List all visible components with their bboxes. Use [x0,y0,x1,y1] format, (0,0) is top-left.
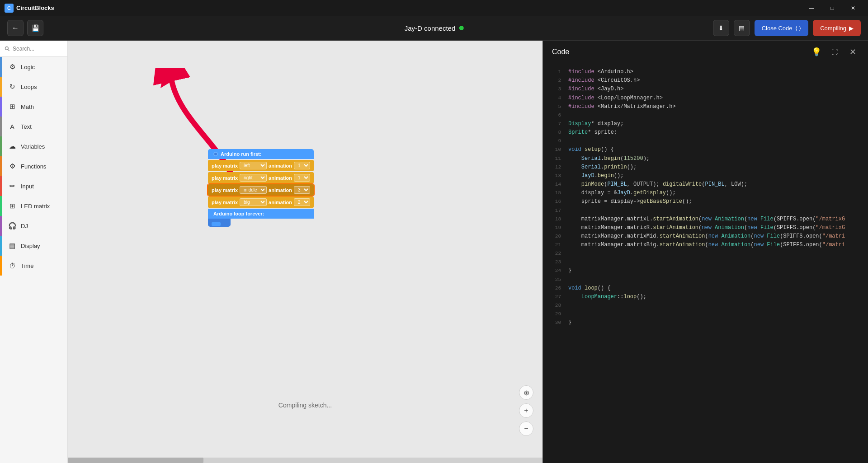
monitor-button[interactable]: ▤ [734,20,750,36]
sidebar-item-input[interactable]: ✏ Input [0,176,67,196]
zoom-in-button[interactable]: + [519,403,533,418]
sidebar-item-dj[interactable]: 🎧 DJ [0,216,67,236]
code-line-9: 9 [543,137,868,145]
zoom-out-button[interactable]: − [519,421,533,436]
code-panel: Code 💡 ⛶ ✕ 1 #include <Arduino.h> 2 #inc… [542,41,868,463]
close-button[interactable]: ✕ [843,0,863,16]
block-dropdown-direction-3[interactable]: middleleftrightbig [240,186,267,194]
code-editor[interactable]: 1 #include <Arduino.h> 2 #include <Circu… [543,63,868,463]
block-dropdown-anim-1[interactable]: 123 [294,162,310,169]
code-line-2: 2 #include <CircuitOS.h> [543,76,868,85]
block-text-2: animation [269,175,292,181]
compiling-button[interactable]: Compiling ▶ [813,20,861,36]
code-header-actions: 💡 ⛶ ✕ [810,46,859,58]
canvas-scrollbar-thumb[interactable] [68,458,203,463]
compiling-label: Compiling [820,25,846,32]
connection-status: Jay-D connected [405,24,464,32]
logic-icon: ⚙ [8,63,16,71]
sidebar-item-label: Functions [21,163,46,170]
code-line-11: 11 Serial.begin(115200); [543,154,868,163]
code-line-27: 27 LoopManager::loop(); [543,293,868,301]
canvas-scrollbar[interactable] [68,458,542,463]
code-line-17: 17 [543,206,868,215]
save-button[interactable]: 💾 [27,20,43,36]
block-footer-text: Arduino loop forever: [213,211,264,216]
search-input[interactable] [13,46,63,52]
sidebar-item-display[interactable]: ▤ Display [0,236,67,256]
block-label-3: play matrix [212,187,238,193]
sidebar-item-functions[interactable]: ⚙ Functions [0,156,67,176]
close-code-button[interactable]: Close Code ⟨ ⟩ [755,20,809,36]
svg-marker-3 [160,77,172,88]
code-line-24: 24 } [543,267,868,275]
block-dropdown-direction-4[interactable]: bigleftrightmiddle [240,198,267,206]
sidebar-item-label: Display [21,243,40,249]
sidebar-item-logic[interactable]: ⚙ Logic [0,57,67,77]
code-title: Code [552,48,569,56]
block-dropdown-anim-4[interactable]: 213 [294,198,310,206]
sidebar-item-math[interactable]: ⊞ Math [0,97,67,117]
code-line-30: 30 } [543,318,868,327]
status-dot [459,26,463,30]
block-label-2: play matrix [212,175,238,181]
block-dropdown-direction-2[interactable]: rightleftmiddlebig [240,174,267,182]
block-row-1: play matrix leftrightmiddlebig animation… [208,160,314,171]
text-icon: A [8,122,16,131]
input-icon: ✏ [8,182,16,190]
crosshair-button[interactable]: ⊕ [519,385,533,400]
bulb-icon[interactable]: 💡 [810,46,823,58]
sidebar-search[interactable] [0,41,67,57]
display-icon: ▤ [8,242,16,250]
header: ← 💾 Jay-D connected ⬇ ▤ Close Code ⟨ ⟩ C… [0,16,868,41]
expand-icon[interactable]: ⛶ [828,46,841,58]
time-icon: ⏱ [8,262,16,270]
maximize-button[interactable]: □ [822,0,843,16]
block-loop-end [208,219,231,227]
block-dropdown-anim-3[interactable]: 312 [294,186,310,194]
app-title: CircuitBlocks [16,5,54,11]
dj-icon: 🎧 [8,222,16,230]
code-line-10: 10 void setup() { [543,145,868,154]
code-line-12: 12 Serial.println(); [543,163,868,172]
math-icon: ⊞ [8,103,16,111]
close-code-panel-button[interactable]: ✕ [846,46,859,58]
minimize-button[interactable]: — [801,0,822,16]
back-button[interactable]: ← [7,20,24,36]
svg-point-0 [5,47,9,50]
code-line-29: 29 [543,310,868,318]
window-controls: — □ ✕ [801,0,863,16]
sidebar-item-label: Loops [21,84,37,90]
sidebar-item-label: Text [21,123,32,130]
sidebar-item-loops[interactable]: ↻ Loops [0,77,67,97]
compiling-text: Compiling sketch... [278,402,332,409]
code-line-26: 26 void loop() { [543,284,868,293]
block-dropdown-anim-2[interactable]: 123 [294,174,310,182]
logo-icon: C [5,4,14,13]
sidebar-item-variables[interactable]: ☁ Variables [0,136,67,156]
code-line-14: 14 pinMode(PIN_BL, OUTPUT); digitalWrite… [543,180,868,189]
sidebar-item-label: DJ [21,223,28,229]
code-line-21: 21 matrixManager.matrixBig.startAnimatio… [543,241,868,249]
block-header-notch [213,152,218,156]
download-button[interactable]: ⬇ [713,20,729,36]
main-container: ← 💾 Jay-D connected ⬇ ▤ Close Code ⟨ ⟩ C… [0,16,868,463]
compiling-icon: ▶ [849,25,854,32]
block-row-2: play matrix rightleftmiddlebig animation… [208,172,314,183]
block-row-3: play matrix middleleftrightbig animation… [208,184,314,196]
block-dropdown-direction-1[interactable]: leftrightmiddlebig [240,162,267,169]
code-line-23: 23 [543,258,868,267]
led-matrix-icon: ⊞ [8,202,16,210]
block-text-1: animation [269,163,292,168]
code-line-22: 22 [543,249,868,258]
sidebar-item-led-matrix[interactable]: ⊞ LED matrix [0,196,67,216]
block-row-4: play matrix bigleftrightmiddle animation… [208,196,314,208]
canvas-area[interactable]: Arduino run first: play matrix leftright… [68,41,542,463]
sidebar-item-text[interactable]: A Text [0,117,67,136]
sidebar-item-time[interactable]: ⏱ Time [0,256,67,276]
connection-text: Jay-D connected [405,24,456,32]
app-logo: C CircuitBlocks [5,4,54,13]
titlebar: C CircuitBlocks — □ ✕ [0,0,868,16]
sidebar-item-label: Time [21,262,33,269]
block-workspace: Arduino run first: play matrix leftright… [208,149,314,227]
block-header: Arduino run first: [208,149,314,159]
